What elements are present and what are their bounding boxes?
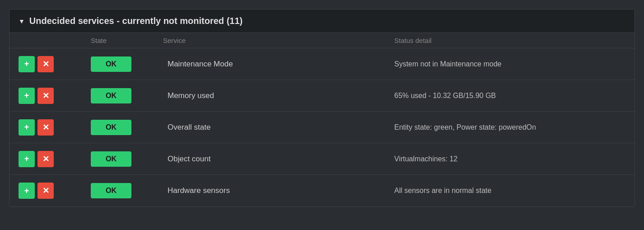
- add-button[interactable]: +: [19, 56, 35, 72]
- service-name: Memory used: [163, 91, 394, 100]
- status-detail: All sensors are in normal state: [394, 187, 625, 195]
- table-row: + ✕ OK Memory used 65% used - 10.32 GB/1…: [9, 80, 635, 112]
- add-button[interactable]: +: [19, 151, 35, 167]
- services-table: State Service Status detail + ✕ OK Maint…: [9, 33, 635, 207]
- table-row: + ✕ OK Maintenance Mode System not in Ma…: [9, 48, 635, 80]
- remove-button[interactable]: ✕: [37, 56, 54, 72]
- remove-button[interactable]: ✕: [37, 119, 54, 136]
- add-button[interactable]: +: [19, 88, 35, 104]
- col-header-status: Status detail: [394, 37, 625, 44]
- undecided-services-panel: ▼ Undecided services - currently not mon…: [9, 9, 635, 207]
- row-actions: + ✕: [19, 56, 91, 72]
- state-cell: OK: [91, 88, 163, 103]
- state-badge: OK: [91, 151, 131, 167]
- row-actions: + ✕: [19, 151, 91, 167]
- state-badge: OK: [91, 183, 131, 198]
- state-cell: OK: [91, 56, 163, 72]
- col-header-service: Service: [163, 37, 394, 44]
- col-header-state: State: [91, 37, 163, 44]
- status-detail: Entity state: green, Power state: powere…: [394, 123, 625, 131]
- add-button[interactable]: +: [19, 119, 35, 136]
- service-name: Maintenance Mode: [163, 60, 394, 69]
- row-actions: + ✕: [19, 119, 91, 136]
- table-body: + ✕ OK Maintenance Mode System not in Ma…: [9, 48, 635, 207]
- state-cell: OK: [91, 120, 163, 135]
- row-actions: + ✕: [19, 88, 91, 104]
- state-cell: OK: [91, 183, 163, 198]
- panel-title: Undecided services - currently not monit…: [29, 16, 243, 26]
- col-header-actions: [19, 37, 91, 44]
- status-detail: System not in Maintenance mode: [394, 60, 625, 68]
- chevron-down-icon[interactable]: ▼: [19, 18, 25, 25]
- service-name: Object count: [163, 155, 394, 164]
- status-detail: Virtualmachines: 12: [394, 155, 625, 163]
- table-row: + ✕ OK Hardware sensors All sensors are …: [9, 175, 635, 207]
- remove-button[interactable]: ✕: [37, 151, 54, 167]
- panel-header: ▼ Undecided services - currently not mon…: [9, 9, 635, 33]
- remove-button[interactable]: ✕: [37, 183, 54, 199]
- service-name: Hardware sensors: [163, 186, 394, 195]
- table-header: State Service Status detail: [9, 33, 635, 48]
- status-detail: 65% used - 10.32 GB/15.90 GB: [394, 92, 625, 100]
- add-button[interactable]: +: [19, 183, 35, 199]
- table-row: + ✕ OK Overall state Entity state: green…: [9, 112, 635, 143]
- state-badge: OK: [91, 120, 131, 135]
- row-actions: + ✕: [19, 183, 91, 199]
- table-row: + ✕ OK Object count Virtualmachines: 12: [9, 143, 635, 175]
- remove-button[interactable]: ✕: [37, 88, 54, 104]
- state-badge: OK: [91, 56, 131, 72]
- service-name: Overall state: [163, 123, 394, 132]
- state-cell: OK: [91, 151, 163, 167]
- state-badge: OK: [91, 88, 131, 103]
